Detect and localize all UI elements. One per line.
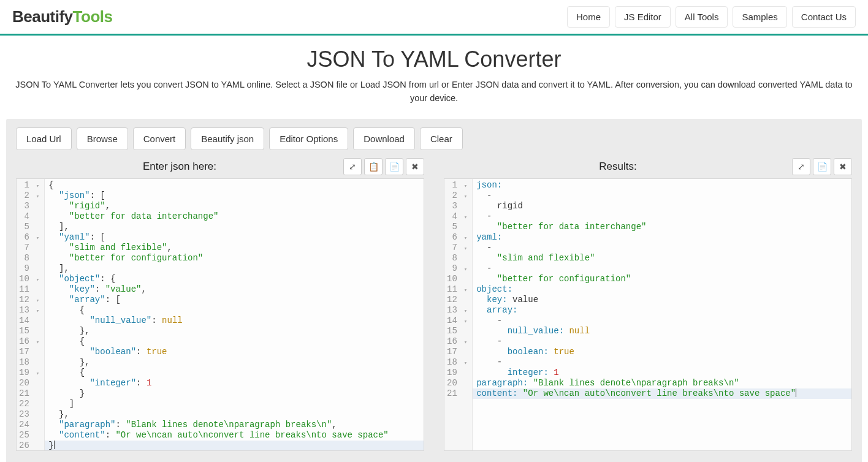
panel-output-title: Results:: [444, 161, 792, 173]
nav-home[interactable]: Home: [567, 6, 610, 28]
load-url-button[interactable]: Load Url: [16, 127, 72, 150]
top-bar: BeautifyTools Home JS Editor All Tools S…: [0, 0, 868, 36]
convert-button[interactable]: Convert: [133, 127, 186, 150]
editor-options-button[interactable]: Editor Options: [269, 127, 348, 150]
json-editor[interactable]: 1 ▾2 ▾3 4 5 6 ▾7 8 9 10 ▾11 12 ▾13 ▾14 1…: [16, 178, 424, 451]
workbench: Load Url Browse Convert Beautify json Ed…: [6, 119, 862, 463]
panel-input-controls: ⤢ 📋 📄 ✖: [343, 158, 424, 175]
browse-button[interactable]: Browse: [77, 127, 128, 150]
copy-icon[interactable]: 📄: [385, 158, 403, 175]
yaml-code[interactable]: json: - rigid - "better for data interch…: [473, 179, 851, 450]
paste-icon[interactable]: 📋: [364, 158, 383, 175]
beautify-json-button[interactable]: Beautify json: [191, 127, 264, 150]
page-description: JSON To YAML Converter lets you convert …: [12, 78, 856, 105]
nav-samples[interactable]: Samples: [733, 6, 786, 28]
clear-button[interactable]: Clear: [420, 127, 463, 150]
close-icon[interactable]: ✖: [834, 158, 852, 175]
fullscreen-icon[interactable]: ⤢: [343, 158, 362, 175]
close-icon[interactable]: ✖: [406, 158, 424, 175]
panel-output: Results: ⤢ 📄 ✖ 1 ▾2 ▾3 4 ▾5 6 ▾7 ▾8 9 ▾1…: [444, 157, 852, 451]
logo[interactable]: BeautifyTools: [12, 7, 112, 26]
nav-alltools[interactable]: All Tools: [676, 6, 728, 28]
logo-part1: Beautify: [12, 7, 73, 26]
panel-output-controls: ⤢ 📄 ✖: [792, 158, 852, 175]
nav-links: Home JS Editor All Tools Samples Contact…: [567, 6, 856, 28]
logo-part2: Tools: [73, 7, 113, 26]
panel-input-head: Enter json here: ⤢ 📋 📄 ✖: [16, 157, 424, 176]
yaml-editor[interactable]: 1 ▾2 ▾3 4 ▾5 6 ▾7 ▾8 9 ▾10 11 ▾12 13 ▾14…: [444, 178, 852, 451]
panel-input: Enter json here: ⤢ 📋 📄 ✖ 1 ▾2 ▾3 4 5 6 ▾…: [16, 157, 424, 451]
fullscreen-icon[interactable]: ⤢: [792, 158, 810, 175]
panel-output-head: Results: ⤢ 📄 ✖: [444, 157, 852, 176]
page-title: JSON To YAML Converter: [12, 47, 856, 72]
download-button[interactable]: Download: [353, 127, 415, 150]
json-code[interactable]: { "json": [ "rigid", "better for data in…: [45, 179, 424, 450]
nav-contact[interactable]: Contact Us: [792, 6, 856, 28]
copy-icon[interactable]: 📄: [813, 158, 831, 175]
json-gutter: 1 ▾2 ▾3 4 5 6 ▾7 8 9 10 ▾11 12 ▾13 ▾14 1…: [17, 179, 45, 450]
panels: Enter json here: ⤢ 📋 📄 ✖ 1 ▾2 ▾3 4 5 6 ▾…: [16, 157, 852, 451]
hero: JSON To YAML Converter JSON To YAML Conv…: [0, 36, 868, 115]
toolbar: Load Url Browse Convert Beautify json Ed…: [16, 127, 852, 150]
panel-input-title: Enter json here:: [16, 161, 343, 173]
yaml-gutter: 1 ▾2 ▾3 4 ▾5 6 ▾7 ▾8 9 ▾10 11 ▾12 13 ▾14…: [444, 179, 473, 450]
nav-jseditor[interactable]: JS Editor: [615, 6, 671, 28]
